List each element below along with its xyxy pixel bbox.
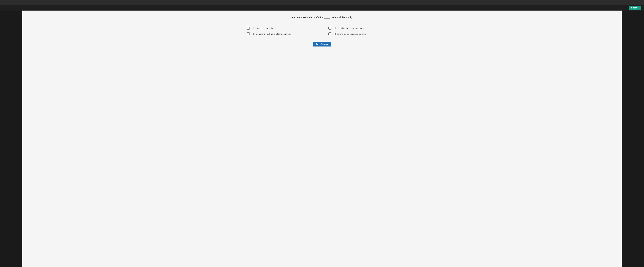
checkbox-b[interactable] bbox=[328, 27, 331, 30]
option-d-label[interactable]: D. saving storage space on a drive bbox=[334, 33, 366, 35]
submit-button[interactable]: Submit bbox=[629, 6, 641, 10]
checkbox-c[interactable] bbox=[247, 32, 250, 35]
save-answer-button[interactable]: Save Answer bbox=[313, 42, 331, 46]
option-d-text: saving storage space on a drive bbox=[337, 33, 366, 35]
option-c-label[interactable]: C. creating an archive of older document… bbox=[253, 33, 292, 35]
option-a-label[interactable]: A. emailing a large file bbox=[253, 27, 274, 30]
option-d-letter: D bbox=[334, 33, 336, 35]
option-c-letter: C bbox=[253, 33, 254, 35]
option-b-letter: B bbox=[334, 27, 336, 30]
checkbox-a[interactable] bbox=[247, 27, 250, 30]
header-bar: Submit bbox=[0, 5, 644, 10]
top-bar bbox=[0, 0, 644, 5]
option-b-label[interactable]: B. reducing the size of an image bbox=[334, 27, 364, 30]
option-a-letter: A bbox=[253, 27, 254, 30]
option-b-text: reducing the size of an image bbox=[337, 27, 364, 30]
option-a-text: emailing a large file bbox=[256, 27, 274, 30]
question-text: File compression is useful for _____. Se… bbox=[35, 16, 609, 19]
options-grid: A. emailing a large file B. reducing the… bbox=[244, 27, 400, 35]
content-area: File compression is useful for _____. Se… bbox=[22, 10, 622, 267]
option-d: D. saving storage space on a drive bbox=[328, 32, 400, 35]
option-b: B. reducing the size of an image bbox=[328, 27, 400, 30]
checkbox-d[interactable] bbox=[328, 32, 331, 35]
save-answer-container: Save Answer bbox=[35, 42, 609, 46]
option-c-text: creating an archive of older documents bbox=[256, 33, 292, 35]
option-a: A. emailing a large file bbox=[247, 27, 319, 30]
option-c: C. creating an archive of older document… bbox=[247, 32, 319, 35]
